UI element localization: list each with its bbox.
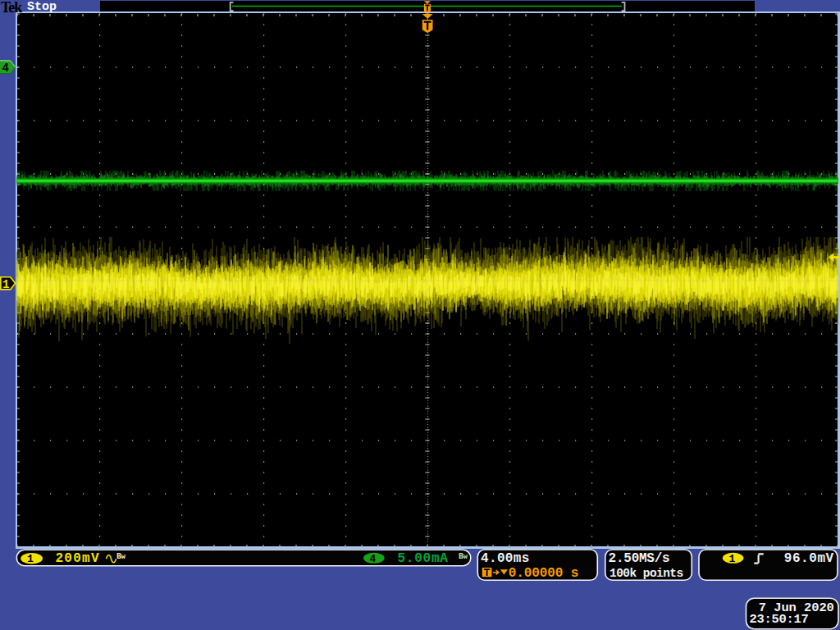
- svg-text:1: 1: [2, 278, 9, 291]
- svg-text:4: 4: [2, 62, 9, 75]
